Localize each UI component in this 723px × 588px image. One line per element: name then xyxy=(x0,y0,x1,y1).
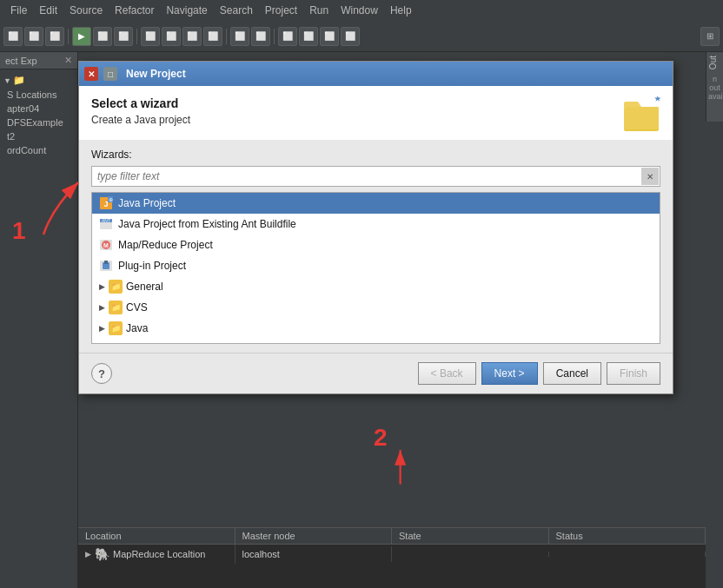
wizard-group-general-label: General xyxy=(126,281,163,293)
filter-clear-button[interactable]: ✕ xyxy=(641,168,659,185)
left-panel-content: ▼ 📁 S Locations apter04 DFSExample t2 or… xyxy=(0,69,77,161)
left-panel-tab[interactable]: ect Exp ✕ xyxy=(0,52,77,69)
toolbar-btn-4[interactable]: ⬜ xyxy=(93,27,112,46)
left-panel-item-1[interactable]: S Locations xyxy=(3,88,74,102)
filter-input[interactable] xyxy=(91,166,660,187)
wizard-item-java-ant[interactable]: ANT Java Project from Existing Ant Build… xyxy=(92,214,660,235)
wizard-item-mapreduce[interactable]: M Map/Reduce Project xyxy=(92,235,660,255)
svg-rect-15 xyxy=(104,261,108,264)
left-panel-icon: 📁 xyxy=(13,75,25,86)
location-text: MapReduce Localtion xyxy=(113,549,205,559)
toolbar-btn-9[interactable]: ⬜ xyxy=(203,27,222,46)
expand-row-arrow[interactable]: ▶ xyxy=(85,550,91,558)
svg-text:ANT: ANT xyxy=(102,218,110,223)
toolbar-sep-3 xyxy=(226,29,227,44)
menu-run[interactable]: Run xyxy=(304,3,334,18)
menu-navigate[interactable]: Navigate xyxy=(161,3,212,18)
toolbar-btn-2[interactable]: ⬜ xyxy=(24,27,43,46)
toolbar-btn-11[interactable]: ⬜ xyxy=(251,27,270,46)
td-status xyxy=(549,552,706,557)
wizards-section: Wizards: ✕ J ⊕ xyxy=(79,140,673,353)
wizard-item-plugin[interactable]: Plug-in Project xyxy=(92,255,660,276)
back-button[interactable]: < Back xyxy=(418,362,476,385)
left-panel-item-5[interactable]: ordCount xyxy=(3,143,74,157)
menu-search[interactable]: Search xyxy=(215,3,258,18)
toolbar-btn-green[interactable]: ▶ xyxy=(72,27,91,46)
finish-button[interactable]: Finish xyxy=(607,362,660,385)
left-panel-collapse[interactable]: ▼ 📁 xyxy=(3,73,74,88)
toolbar-btn-10[interactable]: ⬜ xyxy=(230,27,249,46)
left-panel-item-2[interactable]: apter04 xyxy=(3,102,74,116)
th-master: Master node xyxy=(235,528,393,544)
expand-arrow-java: ▶ xyxy=(99,324,105,333)
toolbar-btn-perspective[interactable]: ⊞ xyxy=(700,27,720,46)
svg-text:J: J xyxy=(103,200,108,208)
wizard-group-java[interactable]: ▶ 📁 Java xyxy=(92,318,660,339)
left-panel: ect Exp ✕ ▼ 📁 S Locations apter04 DFSExa… xyxy=(0,52,78,588)
group-icon-java: 📁 xyxy=(109,321,123,335)
td-master: localhost xyxy=(235,546,393,562)
svg-text:⊕: ⊕ xyxy=(109,197,113,202)
menu-help[interactable]: Help xyxy=(385,3,417,18)
dialog-body: Select a wizard Create a Java project xyxy=(79,86,673,140)
wizard-item-plugin-label: Plug-in Project xyxy=(118,260,186,272)
toolbar-sep-4 xyxy=(274,29,275,44)
svg-text:M: M xyxy=(103,242,109,248)
wizard-group-cvs-label: CVS xyxy=(126,301,148,314)
wizard-group-general[interactable]: ▶ 📁 General xyxy=(92,276,660,297)
close-icon[interactable]: ✕ xyxy=(64,55,72,66)
dialog-subtext: Create a Java project xyxy=(91,114,612,126)
dialog-footer: ? < Back Next > Cancel Finish xyxy=(79,353,673,393)
wizard-item-mapreduce-label: Map/Reduce Project xyxy=(118,239,213,251)
toolbar-sep-2 xyxy=(136,29,137,44)
left-panel-tab-label: ect Exp xyxy=(5,56,37,66)
right-panel-sub: n outavailab xyxy=(706,73,723,102)
bottom-table-area: Location Master node State Status ▶ 🐘 Ma… xyxy=(78,527,706,588)
toolbar-btn-6[interactable]: ⬜ xyxy=(141,27,160,46)
wizard-group-java-label: Java xyxy=(126,322,148,334)
menu-file[interactable]: File xyxy=(5,3,32,18)
left-panel-item-3[interactable]: DFSExample xyxy=(3,116,74,129)
menu-bar: File Edit Source Refactor Navigate Searc… xyxy=(0,0,723,21)
menu-edit[interactable]: Edit xyxy=(34,3,63,18)
java-project-icon: J ⊕ xyxy=(99,196,113,210)
new-project-dialog: ✕ □ New Project Select a wizard Create a… xyxy=(78,61,673,394)
cancel-button[interactable]: Cancel xyxy=(543,362,601,385)
dialog-overlay: ✕ □ New Project Select a wizard Create a… xyxy=(78,52,678,504)
left-panel-item-4[interactable]: t2 xyxy=(3,129,74,143)
dialog-maximize-button[interactable]: □ xyxy=(103,67,117,81)
wizard-list[interactable]: J ⊕ Java Project ANT xyxy=(91,192,660,344)
menu-refactor[interactable]: Refactor xyxy=(109,3,159,18)
wizard-item-java-project[interactable]: J ⊕ Java Project xyxy=(92,193,660,214)
group-icon-general: 📁 xyxy=(109,280,123,294)
toolbar-btn-5[interactable]: ⬜ xyxy=(114,27,133,46)
mapreduce-icon: M xyxy=(99,238,113,252)
toolbar-btn-14[interactable]: ⬜ xyxy=(320,27,339,46)
menu-window[interactable]: Window xyxy=(335,3,383,18)
help-button[interactable]: ? xyxy=(91,363,112,384)
th-status: Status xyxy=(549,528,706,544)
toolbar-btn-7[interactable]: ⬜ xyxy=(162,27,181,46)
toolbar-btn-15[interactable]: ⬜ xyxy=(341,27,360,46)
toolbar: ⬜ ⬜ ⬜ ▶ ⬜ ⬜ ⬜ ⬜ ⬜ ⬜ ⬜ ⬜ ⬜ ⬜ ⬜ ⬜ ⊞ xyxy=(0,21,723,52)
toolbar-sep-1 xyxy=(68,29,69,44)
svg-rect-1 xyxy=(624,107,659,129)
toolbar-btn-1[interactable]: ⬜ xyxy=(3,27,23,46)
right-panel-label[interactable]: Out xyxy=(706,52,720,73)
toolbar-btn-8[interactable]: ⬜ xyxy=(182,27,202,46)
td-state xyxy=(392,552,549,557)
bottom-table-header: Location Master node State Status xyxy=(78,528,706,545)
expand-arrow-cvs: ▶ xyxy=(99,303,105,312)
menu-source[interactable]: Source xyxy=(64,3,108,18)
next-button[interactable]: Next > xyxy=(481,362,538,385)
group-icon-cvs: 📁 xyxy=(109,301,123,314)
toolbar-btn-12[interactable]: ⬜ xyxy=(278,27,297,46)
menu-project[interactable]: Project xyxy=(260,3,302,18)
dialog-close-button[interactable]: ✕ xyxy=(84,67,98,81)
toolbar-btn-13[interactable]: ⬜ xyxy=(299,27,318,46)
wizard-group-cvs[interactable]: ▶ 📁 CVS xyxy=(92,297,660,318)
toolbar-btn-3[interactable]: ⬜ xyxy=(45,27,64,46)
wizard-item-java-ant-label: Java Project from Existing Ant Buildfile xyxy=(118,218,296,230)
dialog-titlebar: ✕ □ New Project xyxy=(79,62,673,86)
table-row[interactable]: ▶ 🐘 MapReduce Localtion localhost xyxy=(78,545,706,564)
